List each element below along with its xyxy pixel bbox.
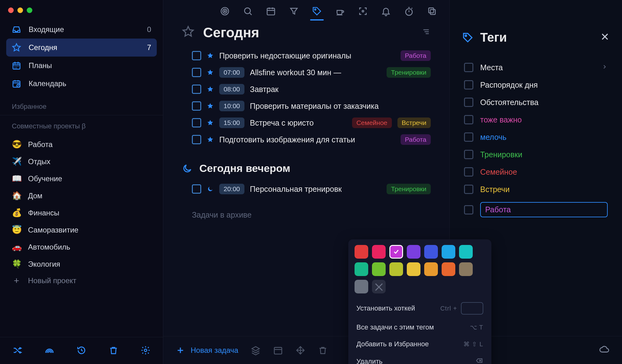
new-project-button[interactable]: +Новый проект	[6, 273, 157, 289]
chevron-right-icon[interactable]	[601, 63, 608, 72]
settings-icon[interactable]	[141, 345, 151, 355]
color-swatch[interactable]	[424, 245, 438, 259]
tag-checkbox[interactable]	[464, 63, 473, 72]
task-tag[interactable]: Семейное	[352, 117, 392, 128]
filter-icon[interactable]	[289, 6, 299, 16]
color-swatch[interactable]	[442, 245, 455, 259]
set-hotkey-row[interactable]: Установить хоткей Ctrl +	[355, 298, 485, 319]
nav-inbox[interactable]: Входящие 0	[6, 21, 157, 39]
calendar-icon[interactable]	[266, 6, 276, 16]
traffic-zoom-icon[interactable]	[27, 7, 32, 13]
tag-checkbox[interactable]	[464, 150, 473, 159]
tag-checkbox[interactable]	[464, 132, 473, 142]
bell-icon[interactable]	[381, 6, 391, 16]
layers-icon[interactable]	[251, 345, 261, 355]
hotkey-input[interactable]	[461, 302, 483, 315]
color-swatch[interactable]	[389, 262, 403, 276]
tag-row[interactable]: тоже важно	[462, 111, 610, 128]
color-swatch[interactable]	[355, 262, 368, 276]
tag-row[interactable]: Семейное	[462, 163, 610, 181]
task-checkbox[interactable]	[192, 135, 201, 144]
history-icon[interactable]	[77, 345, 86, 355]
stopwatch-icon[interactable]	[404, 6, 414, 16]
task-tag[interactable]: Встречи	[397, 117, 431, 128]
shuffle-icon[interactable]	[12, 345, 22, 355]
color-swatch[interactable]	[407, 262, 420, 276]
color-swatch[interactable]	[389, 245, 403, 259]
no-color-swatch[interactable]	[372, 280, 386, 293]
tag-checkbox[interactable]	[464, 80, 473, 90]
project-item[interactable]: 🚗Автомобиль	[6, 238, 157, 256]
traffic-close-icon[interactable]	[8, 7, 14, 13]
task-checkbox[interactable]	[192, 85, 201, 94]
project-item[interactable]: ✈️Отдых	[6, 153, 157, 170]
tag-checkbox[interactable]	[464, 115, 473, 124]
task-checkbox[interactable]	[192, 51, 201, 60]
task-checkbox[interactable]	[192, 68, 201, 77]
task-checkbox[interactable]	[192, 101, 201, 111]
tag-name-input[interactable]	[480, 202, 608, 217]
nav-calendar[interactable]: Календарь	[6, 75, 157, 93]
tag-row[interactable]: Встречи	[462, 181, 610, 198]
add-to-favorites-row[interactable]: Добавить в Избранное ⌘ ⇧ L	[355, 336, 485, 352]
close-panel-button[interactable]	[600, 32, 610, 43]
color-swatch[interactable]	[442, 262, 455, 276]
task-row[interactable]: 15:00Встреча с юристоСемейноеВстречи	[163, 114, 449, 131]
cloud-sync-icon[interactable]	[599, 344, 610, 357]
calendar-small-icon[interactable]	[273, 345, 283, 355]
project-item[interactable]: 🍀Экология	[6, 256, 157, 273]
move-icon[interactable]	[295, 345, 305, 355]
rainbow-icon[interactable]	[44, 345, 54, 355]
focus-icon[interactable]	[358, 6, 368, 16]
nav-plans[interactable]: Планы	[6, 57, 157, 75]
task-tag[interactable]: Работа	[401, 134, 431, 145]
tag-checkbox[interactable]	[464, 167, 473, 177]
trash-small-icon[interactable]	[318, 345, 328, 355]
project-item[interactable]: 💰Финансы	[6, 204, 157, 221]
task-checkbox[interactable]	[192, 118, 201, 127]
copy-icon[interactable]	[427, 6, 437, 16]
color-swatch[interactable]	[372, 262, 386, 276]
tag-icon[interactable]	[312, 6, 322, 16]
color-swatch[interactable]	[459, 245, 473, 259]
traffic-minimize-icon[interactable]	[17, 7, 23, 13]
task-row[interactable]: 20:00Персональная тренировкТренировки	[163, 181, 449, 197]
new-task-button[interactable]: Новая задача	[176, 346, 238, 355]
project-item[interactable]: 🏠Дом	[6, 187, 157, 204]
project-item[interactable]: 📖Обучение	[6, 170, 157, 187]
tag-row[interactable]: мелочь	[462, 128, 610, 146]
project-item[interactable]: 😇Саморазвитие	[6, 221, 157, 238]
project-item[interactable]: 😎Работа	[6, 136, 157, 153]
tag-checkbox[interactable]	[464, 185, 473, 194]
color-swatch[interactable]	[424, 262, 438, 276]
tag-row[interactable]: Распорядок дня	[462, 76, 610, 94]
task-row[interactable]: 07:00Allsfine workout 30 мин —Тренировки	[163, 64, 449, 81]
task-row[interactable]: Подготовить изображения для статьиРабота	[163, 131, 449, 148]
target-icon[interactable]	[220, 6, 230, 16]
search-icon[interactable]	[243, 6, 253, 16]
color-swatch[interactable]	[459, 262, 473, 276]
coffee-icon[interactable]	[335, 6, 345, 16]
task-row[interactable]: 08:00Завтрак	[163, 81, 449, 98]
task-row[interactable]: Проверить недостающие оригиналыРабота	[163, 47, 449, 64]
tag-checkbox[interactable]	[464, 205, 473, 214]
tag-row-editing[interactable]	[462, 198, 610, 221]
tag-row[interactable]: Места	[462, 59, 610, 76]
archived-tasks-label[interactable]: Задачи в архиве	[163, 197, 449, 223]
task-tag[interactable]: Работа	[401, 50, 431, 61]
all-tasks-with-tag-row[interactable]: Все задачи с этим тегом ⌥ T	[355, 319, 485, 336]
color-swatch[interactable]	[355, 245, 368, 259]
trash-icon[interactable]	[109, 345, 118, 355]
tag-row[interactable]: Тренировки	[462, 146, 610, 163]
nav-today[interactable]: Сегодня 7	[6, 39, 157, 57]
delete-tag-row[interactable]: Удалить	[355, 352, 485, 364]
color-swatch[interactable]	[407, 245, 420, 259]
task-tag[interactable]: Тренировки	[387, 67, 431, 78]
view-options-icon[interactable]	[421, 27, 431, 38]
task-tag[interactable]: Тренировки	[387, 184, 431, 194]
tag-checkbox[interactable]	[464, 98, 473, 107]
color-swatch[interactable]	[372, 245, 386, 259]
task-checkbox[interactable]	[192, 184, 201, 194]
color-swatch[interactable]	[355, 280, 368, 293]
task-row[interactable]: 10:00Проверить материалы от заказчика	[163, 98, 449, 114]
